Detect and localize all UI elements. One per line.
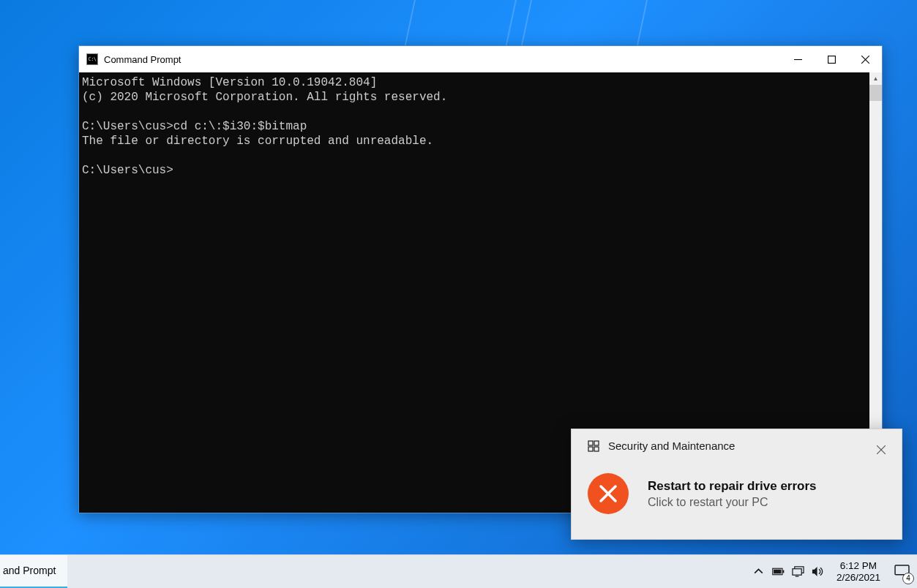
close-button[interactable] [848, 46, 882, 72]
maximize-button[interactable] [815, 46, 848, 72]
svg-rect-13 [783, 570, 785, 573]
minimize-button[interactable] [781, 46, 815, 72]
toast-subtitle: Click to restart your PC [648, 496, 817, 509]
scroll-up-arrow-icon[interactable]: ▲ [869, 72, 882, 85]
notification-count-badge: 4 [902, 573, 914, 584]
toast-source: Security and Maintenance [608, 440, 735, 452]
terminal-line: (c) 2020 Microsoft Corporation. All righ… [82, 91, 447, 104]
taskbar-clock[interactable]: 6:12 PM 2/26/2021 [831, 560, 886, 584]
command-prompt-titlebar[interactable]: C:\ Command Prompt [79, 46, 882, 72]
terminal-line: Microsoft Windows [Version 10.0.19042.80… [82, 76, 377, 89]
taskbar-item-command-prompt[interactable]: and Prompt [0, 555, 67, 589]
clock-date: 2/26/2021 [836, 572, 880, 584]
svg-rect-6 [588, 447, 593, 451]
svg-rect-1 [828, 56, 835, 63]
svg-marker-18 [812, 567, 817, 576]
clock-time: 6:12 PM [836, 560, 880, 572]
command-prompt-icon: C:\ [86, 53, 98, 65]
volume-icon[interactable] [812, 565, 825, 578]
system-tray [746, 555, 831, 589]
taskbar: and Prompt 6:12 PM 2/26/2021 [0, 554, 917, 588]
taskbar-item-label: and Prompt [3, 565, 56, 576]
battery-icon[interactable] [772, 565, 785, 578]
svg-rect-5 [594, 441, 599, 445]
toast-close-button[interactable] [871, 440, 891, 460]
terminal-line: C:\Users\cus>cd c:\:$i30:$bitmap [82, 120, 307, 133]
scroll-thumb[interactable] [869, 85, 882, 101]
svg-rect-4 [588, 441, 593, 445]
terminal-line: C:\Users\cus> [82, 164, 173, 177]
notification-toast[interactable]: Security and Maintenance Restart to repa… [571, 429, 902, 540]
svg-rect-16 [793, 569, 801, 576]
terminal-line: The file or directory is corrupted and u… [82, 135, 433, 148]
action-center-button[interactable]: 4 [886, 555, 917, 589]
window-title: Command Prompt [104, 54, 181, 65]
svg-rect-7 [594, 447, 599, 451]
tray-chevron-up-icon[interactable] [752, 565, 766, 578]
svg-rect-14 [774, 570, 782, 574]
toast-header: Security and Maintenance [588, 440, 735, 452]
error-icon [588, 473, 629, 514]
toast-title: Restart to repair drive errors [648, 479, 817, 494]
security-maintenance-icon [588, 440, 599, 452]
vm-display-icon[interactable] [792, 565, 805, 578]
